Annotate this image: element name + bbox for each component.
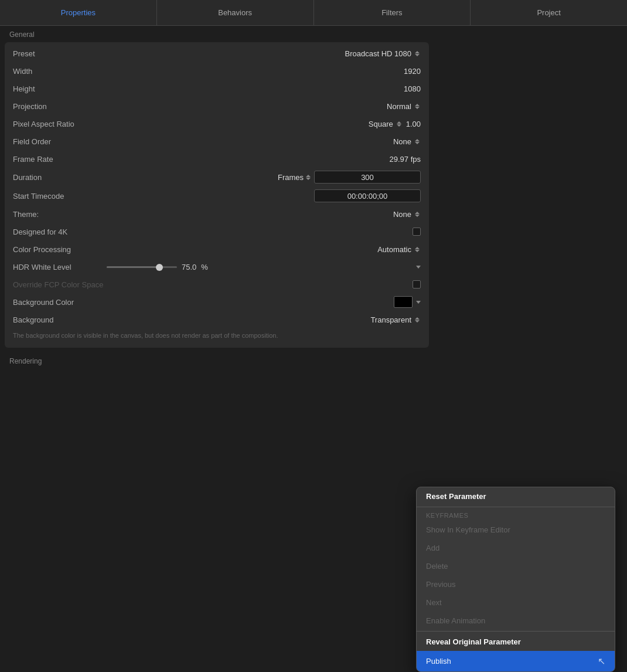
duration-unit-spinner[interactable] — [306, 173, 312, 181]
frame-rate-row: Frame Rate 29.97 fps — [5, 150, 429, 168]
hdr-value: 75.0 — [182, 263, 196, 271]
preset-label: Preset — [13, 49, 107, 58]
background-color-label: Background Color — [13, 298, 107, 307]
properties-panel: Preset Broadcast HD 1080 Width 1920 Heig… — [5, 42, 429, 348]
height-value: 1080 — [404, 84, 421, 93]
projection-value[interactable]: Normal — [387, 102, 421, 111]
general-section-label: General — [0, 26, 434, 42]
override-fcp-checkbox[interactable] — [413, 280, 421, 289]
projection-spinner-down[interactable] — [415, 107, 420, 109]
background-color-row: Background Color — [5, 293, 429, 311]
pixel-aspect-label: Pixel Aspect Ratio — [13, 120, 107, 128]
background-value[interactable]: Transparent — [370, 315, 421, 324]
height-label: Height — [13, 84, 107, 93]
duration-value[interactable]: Frames — [278, 171, 421, 184]
duration-label: Duration — [13, 173, 107, 182]
projection-row: Projection Normal — [5, 97, 429, 115]
hdr-slider-fill — [107, 266, 159, 268]
designed-4k-label: Designed for 4K — [13, 228, 107, 236]
tab-properties[interactable]: Properties — [0, 0, 157, 25]
override-fcp-value[interactable] — [413, 280, 421, 289]
pixel-aspect-row: Pixel Aspect Ratio Square 1.00 — [5, 115, 429, 133]
hdr-slider-thumb[interactable] — [156, 264, 163, 271]
tab-bar: Properties Behaviors Filters Project — [0, 0, 627, 26]
cursor-icon: ↖ — [598, 656, 605, 667]
background-color-dropdown[interactable] — [416, 301, 421, 304]
main-content: General Preset Broadcast HD 1080 Width 1… — [0, 26, 434, 672]
context-reveal-original[interactable]: Reveal Original Parameter — [417, 633, 615, 651]
context-reset-parameter[interactable]: Reset Parameter — [417, 487, 615, 505]
context-publish[interactable]: Publish ↖ — [417, 651, 615, 671]
hdr-slider-container[interactable]: 75.0 % — [107, 263, 411, 271]
color-processing-label: Color Processing — [13, 245, 107, 254]
frame-rate-value: 29.97 fps — [390, 155, 421, 164]
context-show-keyframe-editor[interactable]: Show In Keyframe Editor — [417, 521, 615, 539]
preset-spinner[interactable] — [415, 49, 421, 57]
field-order-label: Field Order — [13, 137, 107, 146]
preset-row: Preset Broadcast HD 1080 — [5, 45, 429, 62]
bg-note: The background color is visible in the c… — [5, 328, 429, 345]
context-divider-2 — [417, 631, 615, 632]
context-previous[interactable]: Previous — [417, 575, 615, 593]
hdr-row: HDR White Level 75.0 % — [5, 258, 429, 276]
designed-4k-row: Designed for 4K — [5, 223, 429, 240]
pixel-aspect-spinner[interactable] — [397, 120, 403, 128]
hdr-dropdown-arrow[interactable] — [416, 266, 421, 269]
override-fcp-row: Override FCP Color Space — [5, 276, 429, 293]
tab-filters[interactable]: Filters — [314, 0, 471, 25]
duration-input[interactable] — [314, 171, 421, 184]
start-timecode-label: Start Timecode — [13, 192, 107, 201]
field-order-row: Field Order None — [5, 133, 429, 150]
background-row: Background Transparent — [5, 311, 429, 328]
projection-spinner[interactable] — [415, 102, 421, 110]
start-timecode-value[interactable] — [314, 189, 421, 202]
field-order-value[interactable]: None — [393, 137, 421, 146]
background-color-swatch[interactable] — [394, 296, 413, 308]
width-row: Width 1920 — [5, 62, 429, 80]
theme-label: Theme: — [13, 210, 107, 219]
width-value: 1920 — [404, 67, 421, 76]
context-menu: Reset Parameter KEYFRAMES Show In Keyfra… — [416, 487, 615, 672]
start-timecode-input[interactable] — [314, 189, 421, 202]
color-processing-row: Color Processing Automatic — [5, 240, 429, 258]
frame-rate-label: Frame Rate — [13, 155, 107, 164]
projection-label: Projection — [13, 102, 107, 111]
color-processing-spinner[interactable] — [415, 245, 421, 253]
hdr-label: HDR White Level — [13, 263, 107, 271]
theme-row: Theme: None — [5, 205, 429, 223]
context-add[interactable]: Add — [417, 539, 615, 557]
preset-value[interactable]: Broadcast HD 1080 — [345, 49, 421, 58]
rendering-section-label: Rendering — [0, 352, 434, 369]
background-spinner[interactable] — [415, 315, 421, 324]
override-fcp-label: Override FCP Color Space — [13, 280, 107, 289]
tab-project[interactable]: Project — [471, 0, 627, 25]
context-delete[interactable]: Delete — [417, 557, 615, 575]
designed-4k-checkbox[interactable] — [413, 228, 421, 236]
projection-spinner-up[interactable] — [415, 104, 420, 106]
theme-spinner[interactable] — [415, 210, 421, 218]
background-color-value[interactable] — [394, 296, 421, 308]
hdr-unit: % — [201, 263, 208, 271]
context-enable-animation[interactable]: Enable Animation — [417, 612, 615, 630]
context-keyframes-label: KEYFRAMES — [417, 508, 615, 521]
designed-4k-value[interactable] — [413, 228, 421, 236]
context-next[interactable]: Next — [417, 593, 615, 612]
duration-row: Duration Frames — [5, 168, 429, 186]
pixel-aspect-value[interactable]: Square 1.00 — [369, 120, 421, 128]
hdr-slider-track[interactable] — [107, 266, 177, 268]
field-order-spinner[interactable] — [415, 137, 421, 145]
color-processing-value[interactable]: Automatic — [377, 245, 421, 254]
background-label: Background — [13, 315, 107, 324]
tab-behaviors[interactable]: Behaviors — [157, 0, 314, 25]
width-label: Width — [13, 67, 107, 76]
preset-spinner-down[interactable] — [415, 54, 420, 56]
preset-spinner-up[interactable] — [415, 51, 420, 53]
theme-value[interactable]: None — [393, 210, 421, 219]
height-row: Height 1080 — [5, 80, 429, 97]
context-divider-1 — [417, 507, 615, 507]
start-timecode-row: Start Timecode — [5, 186, 429, 205]
